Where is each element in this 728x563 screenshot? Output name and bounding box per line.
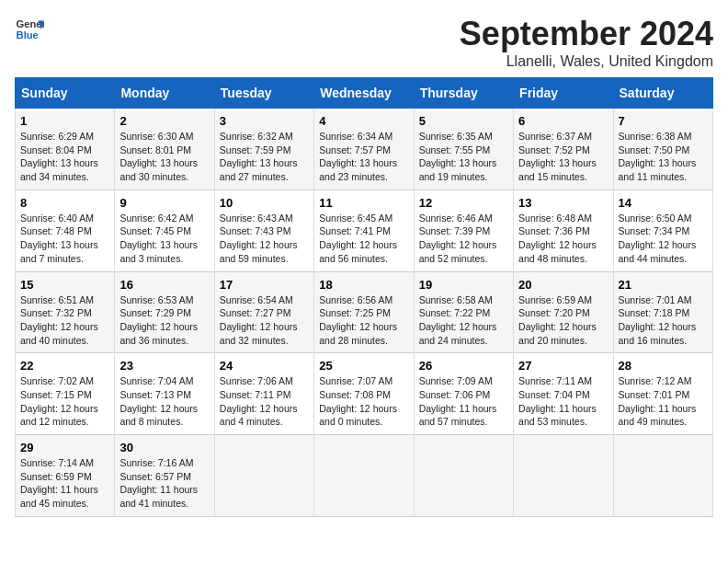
table-row: 13 Sunrise: 6:48 AMSunset: 7:36 PMDaylig…	[514, 190, 613, 271]
table-row: 14 Sunrise: 6:50 AMSunset: 7:34 PMDaylig…	[613, 190, 712, 271]
calendar-week-row: 29 Sunrise: 7:14 AMSunset: 6:59 PMDaylig…	[16, 435, 713, 517]
empty-cell	[314, 435, 414, 517]
table-row: 19 Sunrise: 6:58 AMSunset: 7:22 PMDaylig…	[414, 271, 513, 353]
table-row: 3 Sunrise: 6:32 AMSunset: 7:59 PMDayligh…	[214, 109, 313, 190]
table-row: 7 Sunrise: 6:38 AMSunset: 7:50 PMDayligh…	[613, 109, 712, 190]
table-row: 18 Sunrise: 6:56 AMSunset: 7:25 PMDaylig…	[314, 271, 414, 353]
col-monday: Monday	[115, 78, 214, 109]
table-row: 28 Sunrise: 7:12 AMSunset: 7:01 PMDaylig…	[613, 353, 712, 435]
col-thursday: Thursday	[414, 78, 513, 109]
empty-cell	[613, 435, 712, 517]
table-row: 25 Sunrise: 7:07 AMSunset: 7:08 PMDaylig…	[314, 353, 414, 435]
table-row: 9 Sunrise: 6:42 AMSunset: 7:45 PMDayligh…	[115, 190, 214, 271]
title-section: September 2024 Llanelli, Wales, United K…	[460, 15, 713, 70]
empty-cell	[514, 435, 613, 517]
col-wednesday: Wednesday	[314, 78, 414, 109]
table-row: 22 Sunrise: 7:02 AMSunset: 7:15 PMDaylig…	[16, 353, 115, 435]
table-row: 29 Sunrise: 7:14 AMSunset: 6:59 PMDaylig…	[16, 435, 115, 517]
calendar-table: Sunday Monday Tuesday Wednesday Thursday…	[15, 77, 713, 517]
col-friday: Friday	[514, 78, 613, 109]
col-tuesday: Tuesday	[214, 78, 313, 109]
calendar-week-row: 8 Sunrise: 6:40 AMSunset: 7:48 PMDayligh…	[16, 190, 713, 271]
table-row: 21 Sunrise: 7:01 AMSunset: 7:18 PMDaylig…	[613, 271, 712, 353]
table-row: 27 Sunrise: 7:11 AMSunset: 7:04 PMDaylig…	[514, 353, 613, 435]
month-title: September 2024	[460, 15, 713, 53]
table-row: 23 Sunrise: 7:04 AMSunset: 7:13 PMDaylig…	[115, 353, 214, 435]
calendar-week-row: 22 Sunrise: 7:02 AMSunset: 7:15 PMDaylig…	[16, 353, 713, 435]
table-row: 6 Sunrise: 6:37 AMSunset: 7:52 PMDayligh…	[514, 109, 613, 190]
table-row: 16 Sunrise: 6:53 AMSunset: 7:29 PMDaylig…	[115, 271, 214, 353]
location: Llanelli, Wales, United Kingdom	[460, 53, 713, 70]
table-row: 30 Sunrise: 7:16 AMSunset: 6:57 PMDaylig…	[115, 435, 214, 517]
logo: General Blue	[15, 15, 44, 44]
table-row: 1 Sunrise: 6:29 AMSunset: 8:04 PMDayligh…	[16, 109, 115, 190]
table-row: 10 Sunrise: 6:43 AMSunset: 7:43 PMDaylig…	[214, 190, 313, 271]
table-row: 11 Sunrise: 6:45 AMSunset: 7:41 PMDaylig…	[314, 190, 414, 271]
table-row: 20 Sunrise: 6:59 AMSunset: 7:20 PMDaylig…	[514, 271, 613, 353]
table-row: 4 Sunrise: 6:34 AMSunset: 7:57 PMDayligh…	[314, 109, 414, 190]
svg-text:Blue: Blue	[17, 29, 39, 40]
page-header: General Blue September 2024 Llanelli, Wa…	[15, 15, 713, 70]
table-row: 26 Sunrise: 7:09 AMSunset: 7:06 PMDaylig…	[414, 353, 513, 435]
col-sunday: Sunday	[16, 78, 115, 109]
table-row: 15 Sunrise: 6:51 AMSunset: 7:32 PMDaylig…	[16, 271, 115, 353]
table-row: 12 Sunrise: 6:46 AMSunset: 7:39 PMDaylig…	[414, 190, 513, 271]
table-row: 2 Sunrise: 6:30 AMSunset: 8:01 PMDayligh…	[115, 109, 214, 190]
table-row: 24 Sunrise: 7:06 AMSunset: 7:11 PMDaylig…	[214, 353, 313, 435]
empty-cell	[414, 435, 513, 517]
calendar-week-row: 15 Sunrise: 6:51 AMSunset: 7:32 PMDaylig…	[16, 271, 713, 353]
header-row: Sunday Monday Tuesday Wednesday Thursday…	[16, 78, 713, 109]
col-saturday: Saturday	[613, 78, 712, 109]
calendar-week-row: 1 Sunrise: 6:29 AMSunset: 8:04 PMDayligh…	[16, 109, 713, 190]
logo-icon: General Blue	[15, 15, 44, 44]
table-row: 17 Sunrise: 6:54 AMSunset: 7:27 PMDaylig…	[214, 271, 313, 353]
table-row: 5 Sunrise: 6:35 AMSunset: 7:55 PMDayligh…	[414, 109, 513, 190]
table-row: 8 Sunrise: 6:40 AMSunset: 7:48 PMDayligh…	[16, 190, 115, 271]
empty-cell	[214, 435, 313, 517]
